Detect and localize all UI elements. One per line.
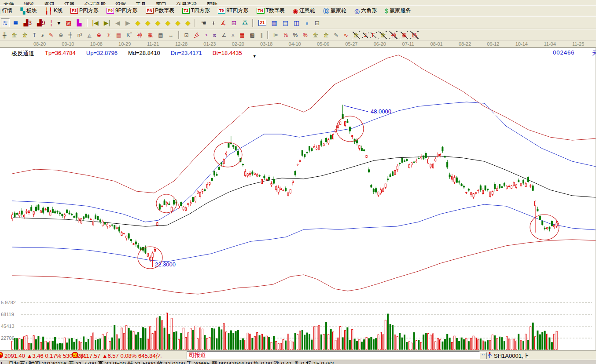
pattern-tool-button[interactable]: ⁂ — [240, 18, 250, 27]
number-ruler-button[interactable]: ▤ — [156, 31, 165, 39]
dark-grid-button[interactable]: ▩ — [248, 31, 257, 39]
arc-tool-button[interactable]: ◔ — [203, 31, 210, 39]
marker-pen-button[interactable]: ✎ — [47, 31, 55, 39]
profile-chart-button[interactable]: ▙ — [75, 18, 84, 27]
p-digit-table-button[interactable]: PNP数字表 — [144, 6, 177, 15]
crosshair-tool-button[interactable]: + — [210, 18, 217, 27]
map-button[interactable]: ▨ — [64, 18, 73, 27]
prev-bar-button[interactable]: ◀ — [114, 18, 122, 27]
gold-level-button[interactable]: 金 — [322, 31, 331, 39]
menu-item-4[interactable]: 江恩 — [64, 1, 75, 5]
indicator-dropdown-icon[interactable]: ▼ — [253, 54, 257, 58]
info-board-button[interactable]: ≣ — [11, 18, 20, 27]
shrink-y-button[interactable]: ◆ — [154, 18, 162, 27]
draw-pen-button[interactable]: ✎ — [332, 31, 340, 39]
gann-box-tool-button[interactable]: ⊞ — [230, 18, 239, 27]
percent-button[interactable]: % — [291, 31, 299, 39]
zigzag-button[interactable]: ʌ — [230, 31, 236, 39]
percent-line-button[interactable]: % — [301, 31, 309, 39]
gann-fan-button[interactable]: 彡 — [192, 31, 201, 39]
winner-wheel-button[interactable]: Ⓑ赢家轮 — [321, 6, 348, 15]
k-notes-button[interactable]: K˝ — [125, 31, 133, 39]
menu-item-7[interactable]: 工具 — [136, 1, 146, 5]
gold-angle-b-button[interactable]: 金 — [379, 31, 387, 39]
gold-gate-a-button[interactable]: 金 — [10, 31, 19, 39]
percent-retrace-button[interactable]: ⅞ — [281, 31, 289, 39]
pi-angle-button[interactable]: 匹 — [410, 31, 419, 39]
small-cycle-9-button[interactable]: ▟9 — [35, 18, 47, 27]
shen-angle-button[interactable]: 神 — [389, 31, 398, 39]
menu-item-2[interactable]: 浏览 — [24, 1, 34, 5]
zoom-mode-button[interactable]: ≋ — [1, 18, 10, 27]
angle-fan-button[interactable]: ∠ — [220, 31, 228, 39]
notes-button[interactable]: ▤ — [281, 18, 290, 27]
reset-zoom-button[interactable]: ◆ — [174, 18, 182, 27]
winner-service-button[interactable]: $赢家服务 — [383, 6, 412, 15]
n-squared-button[interactable]: n² — [76, 31, 84, 39]
candle-style-dropdown[interactable]: ▾ — [55, 18, 62, 27]
t-square-button[interactable]: T3T四方形 — [180, 6, 212, 15]
network-button[interactable]: ♁ — [303, 18, 311, 27]
gold-angle-a-button[interactable]: 金 — [352, 31, 361, 39]
calculator-button[interactable]: ▦ — [270, 18, 279, 27]
quotes-button-label: 行情 — [2, 7, 12, 15]
menu-item-5[interactable]: 公式选股 — [85, 1, 106, 5]
t-digit-table-button[interactable]: TNT数字表 — [255, 6, 287, 15]
gold-circle-button[interactable]: 金 — [311, 31, 320, 39]
menu-item-3[interactable]: 资讯 — [44, 1, 55, 5]
star-burst-button[interactable]: ✳ — [105, 31, 113, 39]
small-cycle-3-button[interactable]: ▟3 — [22, 18, 33, 27]
box-measure-button[interactable]: ⊡ — [183, 31, 191, 39]
hexagon-button[interactable]: ◎六角形 — [353, 6, 379, 15]
menu-item-1[interactable]: 文件 — [4, 1, 14, 5]
cycle-circle-button[interactable]: ⊕ — [57, 31, 65, 39]
grow-x-button[interactable]: ◆ — [143, 18, 152, 27]
layout-grid-button[interactable]: ∷ — [480, 352, 487, 359]
save-button[interactable]: ◫ — [292, 18, 301, 27]
angle-tool-button[interactable]: ∡ — [219, 18, 228, 27]
calendar-button[interactable]: 21 — [257, 19, 268, 27]
j-angle-button[interactable]: J — [362, 31, 368, 39]
9p-square-button[interactable]: P99P四方形 — [105, 6, 140, 15]
spiral-button[interactable]: ϶ — [40, 31, 45, 39]
shen-tool-button[interactable]: 神 — [135, 31, 144, 39]
data-link-label[interactable]: SH1A0001,上 — [494, 352, 529, 360]
menu-item-10[interactable]: 帮助 — [207, 1, 217, 5]
hash-ruler-button[interactable]: ╪ — [66, 31, 74, 39]
p-square-button[interactable]: P3P四方形 — [69, 6, 100, 15]
kline-button[interactable]: ╽╿K线 — [43, 6, 64, 15]
news-ticker[interactable]: 司报道 — [187, 351, 480, 359]
menu-item-6[interactable]: 设置 — [115, 1, 126, 5]
fit-all-button[interactable]: ◆ — [184, 18, 192, 27]
f-gate-button[interactable]: Ŧ — [31, 31, 38, 39]
time-ruler-button[interactable]: ╫ — [1, 31, 8, 39]
span-measure-button[interactable]: ↔ — [167, 31, 176, 39]
candle-style-button[interactable]: ¦ — [49, 18, 54, 27]
diagonal-box-button[interactable]: ⧅ — [211, 31, 218, 39]
shrink-x-button[interactable]: ◆ — [134, 18, 142, 27]
parallel-lines-button[interactable]: ∥ — [258, 31, 265, 39]
ying-tool-button[interactable]: 赢 — [146, 31, 155, 39]
grow-y-button[interactable]: ◆ — [164, 18, 172, 27]
red-target-button[interactable]: ⊕ — [95, 31, 103, 39]
gann-wheel-button[interactable]: ◉江恩轮 — [291, 6, 317, 15]
last-bar-button[interactable]: ▶| — [102, 18, 112, 27]
print-button[interactable]: ⊟ — [313, 18, 322, 27]
wave-tool-button[interactable]: ∿ — [342, 31, 350, 39]
gold-gate-b-button[interactable]: 金 — [21, 31, 29, 39]
menu-item-8[interactable]: 窗口 — [156, 1, 166, 5]
menu-item-9[interactable]: 交易委托 — [176, 1, 197, 5]
quotes-button[interactable]: ▥行情 — [0, 6, 14, 15]
red-grid-button[interactable]: ▦ — [238, 31, 246, 39]
candlestick-chart[interactable]: 5.978268119454132270648.000022.3000 — [0, 48, 596, 350]
first-bar-button[interactable]: |◀ — [90, 18, 100, 27]
hand-tool-button[interactable]: ☚ — [199, 18, 208, 27]
f-angle-button[interactable]: F — [370, 31, 377, 39]
sectors-button[interactable]: ▚板块 — [18, 6, 39, 15]
scale-steps-button[interactable]: ⊫ — [272, 31, 280, 39]
next-bar-button[interactable]: ▶ — [124, 18, 132, 27]
9t-square-button[interactable]: T99T四方形 — [216, 6, 250, 15]
grid-net-button[interactable]: ▦ — [114, 31, 123, 39]
mirror-angle-button[interactable]: ◭ — [85, 31, 93, 39]
ying-angle-button[interactable]: 赢 — [400, 31, 408, 39]
